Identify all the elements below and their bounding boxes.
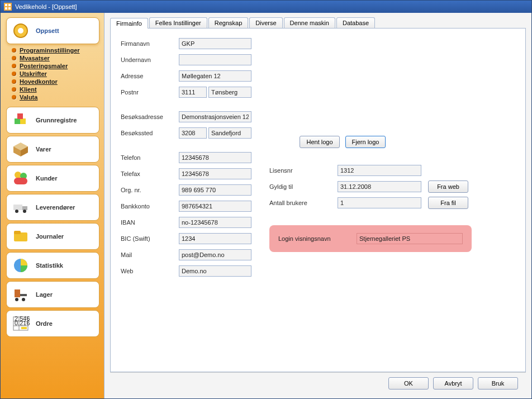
label-web: Web xyxy=(121,268,172,274)
input-besokpoststed[interactable] xyxy=(208,127,251,139)
input-firmanavn[interactable] xyxy=(179,38,251,49)
input-telefon[interactable] xyxy=(179,152,251,163)
sidebar-item-kunder[interactable]: Kunder xyxy=(6,165,99,192)
sidebar-submenu: Programinnstillinger Mvasatser Postering… xyxy=(12,46,99,101)
sidebar-sub-klient[interactable]: Klient xyxy=(12,86,99,93)
fjern-logo-button[interactable]: Fjern logo xyxy=(345,136,386,148)
svg-rect-23 xyxy=(15,289,20,297)
input-iban[interactable] xyxy=(179,217,251,228)
input-bankkonto[interactable] xyxy=(179,201,251,212)
label-iban: IBAN xyxy=(121,219,172,226)
svg-rect-1 xyxy=(5,4,7,6)
label-adresse: Adresse xyxy=(121,73,172,79)
svg-rect-9 xyxy=(17,113,23,119)
sidebar-label: Kunder xyxy=(36,175,58,182)
bullet-icon xyxy=(12,56,16,60)
svg-point-19 xyxy=(23,210,26,213)
label-besokssted: Besøkssted xyxy=(121,130,172,136)
sidebar-item-oppsett[interactable]: Oppsett xyxy=(6,17,99,44)
sidebar-item-ordre[interactable]: 2.5460.216 Ordre xyxy=(6,310,99,337)
svg-rect-33 xyxy=(21,327,27,329)
input-poststed[interactable] xyxy=(208,87,251,98)
avbryt-button[interactable]: Avbryt xyxy=(433,377,473,390)
svg-rect-21 xyxy=(14,231,21,234)
sidebar-label: Varer xyxy=(36,146,51,153)
input-postnr[interactable] xyxy=(179,87,207,98)
piechart-icon xyxy=(11,256,30,275)
sidebar-sub-posteringsmaler[interactable]: Posteringsmaler xyxy=(12,62,99,70)
sidebar-item-varer[interactable]: Varer xyxy=(6,136,99,163)
input-telefax[interactable] xyxy=(179,168,251,179)
input-besokpostnr[interactable] xyxy=(179,127,207,139)
tab-diverse[interactable]: Diverse xyxy=(249,17,282,28)
sidebar-sub-utskrifter[interactable]: Utskrifter xyxy=(12,70,99,78)
sidebar-label: Leverendører xyxy=(36,204,75,211)
sidebar-item-journaler[interactable]: Journaler xyxy=(6,223,99,250)
users-icon xyxy=(11,169,30,188)
input-besoksadresse[interactable] xyxy=(179,111,251,122)
bullet-icon xyxy=(12,64,16,68)
input-lisensnr[interactable] xyxy=(338,165,421,176)
truck-icon xyxy=(11,198,30,217)
label-postnr: Postnr xyxy=(121,89,172,96)
svg-point-13 xyxy=(15,172,21,178)
input-loginvisningsnavn[interactable] xyxy=(357,233,463,244)
sidebar-label: Grunnregistre xyxy=(36,117,77,124)
tab-felles-instillinger[interactable]: Felles Instillinger xyxy=(149,17,207,28)
input-web[interactable] xyxy=(179,265,251,277)
svg-point-18 xyxy=(15,210,18,213)
sidebar-label: Lager xyxy=(36,291,53,298)
label-bankkonto: Bankkonto xyxy=(121,203,172,210)
svg-rect-4 xyxy=(8,7,11,10)
label-telefon: Telefon xyxy=(121,154,172,161)
bullet-icon xyxy=(12,72,16,76)
tabs: Firmainfo Felles Instillinger Regnskap D… xyxy=(110,17,526,28)
tab-denne-maskin[interactable]: Denne maskin xyxy=(284,17,335,28)
svg-rect-24 xyxy=(20,294,27,296)
box-icon xyxy=(11,140,30,159)
input-orgnr[interactable] xyxy=(179,184,251,196)
sidebar-item-grunnregistre[interactable]: Grunnregistre xyxy=(6,107,99,134)
svg-point-26 xyxy=(22,298,25,301)
sidebar-sub-mvasatser[interactable]: Mvasatser xyxy=(12,54,99,62)
gear-icon xyxy=(11,21,30,40)
sidebar-item-leverandorer[interactable]: Leverendører xyxy=(6,194,99,221)
svg-rect-7 xyxy=(15,118,20,124)
svg-rect-2 xyxy=(8,4,11,6)
tab-firmainfo[interactable]: Firmainfo xyxy=(110,18,148,28)
input-gyldigtil[interactable] xyxy=(338,181,421,192)
window-title: Vedlikehold - [Oppsett] xyxy=(15,3,77,10)
label-lisensnr: Lisensnr xyxy=(269,167,331,174)
tab-regnskap[interactable]: Regnskap xyxy=(208,17,249,28)
svg-point-25 xyxy=(15,298,18,301)
sidebar-item-statistikk[interactable]: Statistikk xyxy=(6,252,99,279)
sidebar-sub-programinnstillinger[interactable]: Programinnstillinger xyxy=(12,46,99,54)
title-bar: Vedlikehold - [Oppsett] xyxy=(1,1,531,13)
sidebar-sub-valuta[interactable]: Valuta xyxy=(12,93,99,101)
input-adresse[interactable] xyxy=(179,70,251,82)
main-content: Firmainfo Felles Instillinger Regnskap D… xyxy=(104,13,531,398)
svg-rect-15 xyxy=(14,178,27,184)
label-besoksadresse: Besøksadresse xyxy=(121,113,172,120)
hent-logo-button[interactable]: Hent logo xyxy=(300,136,340,148)
fra-fil-button[interactable]: Fra fil xyxy=(428,197,468,209)
sidebar-label: Statistikk xyxy=(36,262,63,269)
label-gyldigtil: Gyldig til xyxy=(269,183,331,190)
input-undernavn[interactable] xyxy=(179,54,251,65)
bullet-icon xyxy=(12,48,16,53)
sidebar-sub-hovedkontor[interactable]: Hovedkontor xyxy=(12,78,99,86)
svg-rect-8 xyxy=(20,118,26,124)
sidebar-item-lager[interactable]: Lager xyxy=(6,281,99,308)
input-antallbrukere[interactable] xyxy=(338,197,421,208)
bruk-button[interactable]: Bruk xyxy=(478,377,518,390)
spreadsheet-icon: 2.5460.216 xyxy=(11,314,30,333)
ok-button[interactable]: OK xyxy=(388,377,429,390)
input-mail[interactable] xyxy=(179,249,251,260)
fra-web-button[interactable]: Fra web xyxy=(428,180,468,193)
footer: OK Avbryt Bruk xyxy=(110,372,526,394)
input-bic[interactable] xyxy=(179,233,251,244)
svg-rect-17 xyxy=(22,206,27,210)
tab-database[interactable]: Database xyxy=(336,17,375,28)
bullet-icon xyxy=(12,87,16,92)
app-icon xyxy=(4,3,12,11)
